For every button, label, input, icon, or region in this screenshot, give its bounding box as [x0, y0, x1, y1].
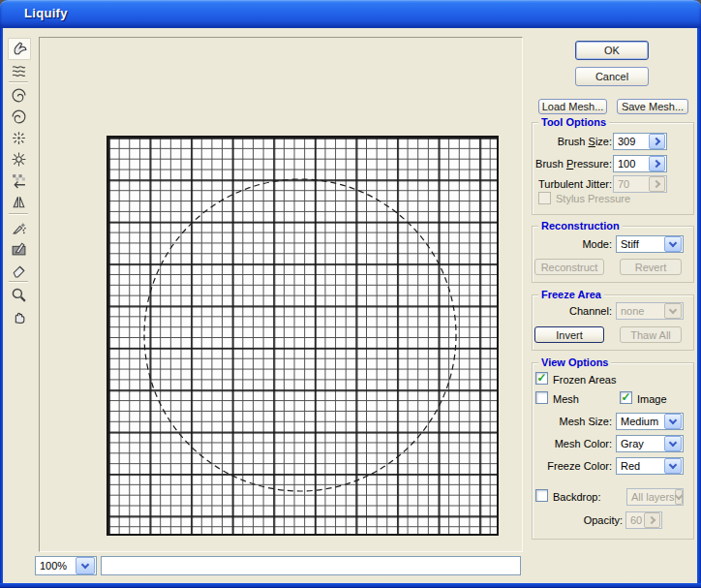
reconstruct-icon	[11, 219, 27, 235]
zoom-dropdown-button[interactable]	[76, 557, 95, 574]
pucker-tool[interactable]	[8, 128, 29, 148]
chevron-down-icon	[81, 560, 89, 568]
mesh-color-select[interactable]: Gray	[616, 435, 684, 452]
zoom-level-select[interactable]: 100%	[35, 556, 97, 575]
mesh-image[interactable]	[107, 136, 499, 536]
frozen-areas-checkbox[interactable]: ✓	[535, 372, 548, 385]
zoom-tool[interactable]	[8, 285, 29, 305]
liquify-dialog: Liquify	[0, 0, 701, 588]
mesh-size-select[interactable]: Medium	[616, 413, 684, 430]
reflection-tool[interactable]	[8, 192, 29, 212]
chevron-down-icon	[669, 460, 677, 468]
zoom-level-value: 100%	[37, 560, 67, 572]
cancel-button-label: Cancel	[595, 71, 628, 82]
pucker-icon	[11, 130, 27, 146]
turbulent-jitter-value: 70	[615, 178, 629, 190]
chevron-down-icon	[669, 238, 677, 246]
toolbar-separator	[9, 281, 28, 283]
mesh-size-dropdown-button[interactable]	[664, 414, 682, 429]
thaw-mask-icon	[11, 262, 27, 278]
invert-button-label: Invert	[556, 329, 583, 341]
channel-value: none	[618, 305, 644, 317]
mesh-size-label: Mesh Size:	[484, 416, 612, 427]
reconstruct-tool[interactable]	[8, 217, 29, 237]
view-options-legend: View Options	[538, 356, 611, 368]
chevron-right-icon	[652, 160, 659, 168]
mode-value: Stiff	[618, 238, 639, 250]
channel-select: none	[616, 302, 684, 320]
chevron-down-icon	[669, 416, 677, 423]
mesh-size-value: Medium	[618, 416, 658, 427]
brush-size-label: Brush Size:	[484, 136, 612, 147]
image-checkbox[interactable]: ✓	[620, 391, 632, 404]
stylus-pressure-checkbox: ✓	[538, 192, 551, 204]
brush-size-value[interactable]: 309	[615, 136, 635, 147]
load-mesh-label: Load Mesh...	[542, 101, 604, 112]
status-message-field	[101, 556, 521, 575]
opacity-value: 60	[627, 514, 642, 526]
ok-button-label: OK	[604, 45, 620, 56]
mesh-checkbox[interactable]: ✓	[535, 391, 548, 404]
checkmark-icon: ✓	[536, 374, 546, 383]
mode-select[interactable]: Stiff	[616, 235, 684, 253]
chevron-right-icon	[652, 138, 659, 145]
toolbar-separator	[9, 81, 28, 83]
chevron-right-icon	[647, 516, 655, 524]
window-frame-bottom	[0, 583, 701, 588]
turbulent-jitter-label: Turbulent Jitter:	[484, 178, 612, 190]
turbulence-tool[interactable]	[8, 60, 29, 80]
image-label: Image	[637, 393, 667, 405]
tool-options-legend: Tool Options	[538, 116, 609, 128]
mesh-color-value: Gray	[618, 438, 644, 449]
brush-size-slider-button[interactable]	[649, 134, 665, 149]
reconstruct-button-label: Reconstruct	[541, 262, 598, 273]
thaw-all-button: Thaw All	[620, 326, 682, 343]
hand-tool[interactable]	[8, 306, 29, 326]
thaw-all-button-label: Thaw All	[630, 329, 671, 341]
freeze-color-value: Red	[618, 460, 640, 472]
freeze-color-select[interactable]: Red	[616, 457, 684, 475]
bloat-tool[interactable]	[8, 149, 29, 170]
brush-pressure-label: Brush Pressure:	[484, 158, 612, 170]
twirl-counterclockwise-tool[interactable]	[8, 107, 29, 127]
save-mesh-label: Save Mesh...	[622, 101, 684, 112]
twirl-counterclockwise-icon	[11, 108, 27, 125]
magnifier-icon	[11, 287, 27, 303]
turbulent-jitter-slider-button	[649, 176, 665, 192]
opacity-label: Opacity:	[495, 514, 623, 526]
ok-button[interactable]: OK	[575, 41, 649, 60]
stylus-pressure-label: Stylus Pressure	[556, 193, 630, 204]
opacity-slider-button	[644, 512, 660, 528]
chevron-down-icon	[669, 438, 677, 446]
mesh-color-dropdown-button[interactable]	[664, 436, 682, 451]
freeze-color-dropdown-button[interactable]	[664, 458, 682, 474]
brush-pressure-slider-button[interactable]	[649, 156, 665, 171]
bloat-icon	[11, 151, 27, 168]
reflection-icon	[11, 194, 27, 210]
window-titlebar[interactable]: Liquify	[0, 0, 701, 28]
thaw-mask-tool[interactable]	[8, 260, 29, 280]
forward-warp-tool[interactable]	[8, 38, 31, 60]
turbulence-icon	[11, 62, 27, 78]
frozen-areas-label: Frozen Areas	[553, 374, 616, 386]
save-mesh-button[interactable]: Save Mesh...	[617, 99, 688, 114]
brush-size-field[interactable]: 309	[613, 133, 667, 150]
shift-pixels-icon	[11, 172, 27, 189]
channel-dropdown-button	[664, 303, 682, 319]
brush-pressure-value[interactable]: 100	[615, 158, 635, 170]
twirl-clockwise-tool[interactable]	[8, 85, 29, 106]
load-mesh-button[interactable]: Load Mesh...	[538, 99, 607, 114]
mode-dropdown-button[interactable]	[664, 236, 682, 252]
brush-pressure-field[interactable]: 100	[613, 155, 667, 172]
chevron-right-icon	[652, 180, 659, 188]
hand-icon	[11, 308, 27, 325]
checkmark-icon: ✓	[621, 393, 630, 402]
freeze-mask-tool[interactable]	[8, 238, 29, 259]
revert-button: Revert	[620, 259, 682, 275]
opacity-field: 60	[625, 511, 662, 529]
shift-pixels-tool[interactable]	[8, 170, 29, 191]
chevron-down-icon	[674, 491, 682, 499]
backdrop-checkbox[interactable]: ✓	[535, 489, 548, 502]
invert-button[interactable]: Invert	[534, 326, 604, 343]
cancel-button[interactable]: Cancel	[575, 67, 649, 86]
